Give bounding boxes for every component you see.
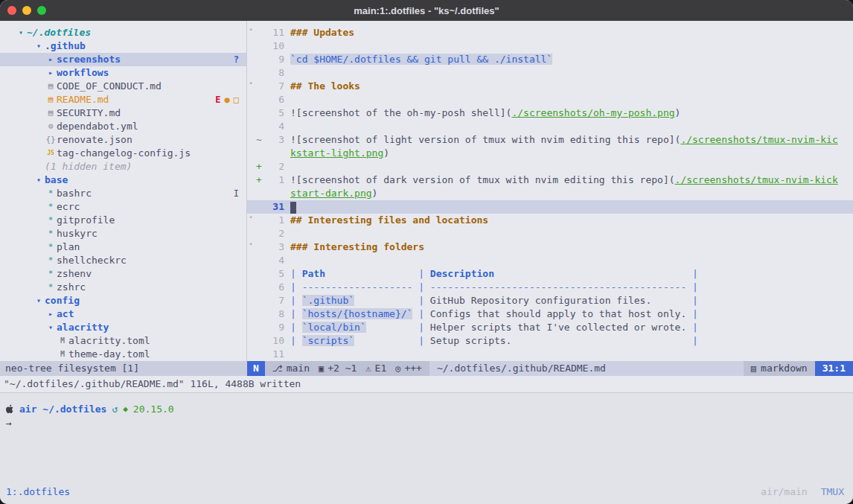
- editor-line[interactable]: 31: [247, 200, 853, 214]
- minimize-button[interactable]: [22, 6, 31, 15]
- tree-item[interactable]: *plan: [0, 240, 246, 254]
- tree-item[interactable]: ▸workflows: [0, 66, 246, 80]
- tree-item[interactable]: *huskyrc: [0, 227, 246, 240]
- editor-line[interactable]: ˅1## Interesting files and locations: [247, 214, 853, 227]
- fold-icon[interactable]: ˅: [247, 80, 255, 93]
- chevron-down-icon[interactable]: ▾: [33, 173, 45, 187]
- neo-tree-sidebar[interactable]: ▾~/.dotfiles▾.github▸screenshots?▸workfl…: [0, 21, 247, 361]
- editor-line[interactable]: ˅11### Updates: [247, 26, 853, 39]
- tree-item[interactable]: ▤SECURITY.md: [0, 106, 246, 120]
- tree-item[interactable]: ⚙dependabot.yml: [0, 120, 246, 133]
- tree-item[interactable]: ▾~/.dotfiles: [0, 26, 246, 39]
- editor-line[interactable]: 9`cd $HOME/.dotfiles && git pull && ./in…: [247, 53, 853, 66]
- zoom-button[interactable]: [37, 6, 46, 15]
- editor-line[interactable]: ~3![screenshot of light version of tmux …: [247, 133, 853, 147]
- chevron-down-icon[interactable]: ▾: [33, 294, 45, 307]
- tree-item[interactable]: *zshenv: [0, 267, 246, 281]
- editor-line[interactable]: 8: [247, 66, 853, 80]
- text-segment: |: [418, 322, 430, 333]
- text-segment: |: [290, 308, 302, 319]
- chevron-down-icon[interactable]: ▾: [15, 26, 27, 39]
- chevron-right-icon[interactable]: ▸: [45, 66, 57, 80]
- editor-line[interactable]: 8| `hosts/{hostname}/` | Configs that sh…: [247, 307, 853, 321]
- prompt-line: air ~/.dotfiles ↺ ◆ 20.15.0: [6, 401, 847, 416]
- line-number: 9: [263, 321, 284, 334]
- editor-line[interactable]: 6| ------------------- | ---------------…: [247, 281, 853, 294]
- tree-item[interactable]: ▤CODE_OF_CONDUCT.md: [0, 80, 246, 93]
- tree-item[interactable]: *zshrc: [0, 281, 246, 294]
- line-text: | `scripts` | Setup scripts. |: [284, 334, 698, 348]
- tree-item[interactable]: ▾alacritty: [0, 321, 246, 334]
- line-text: ![screenshot of light version of tmux wi…: [284, 133, 838, 147]
- tree-item[interactable]: *ecrc: [0, 200, 246, 214]
- editor-line[interactable]: ˅3### Interesting folders: [247, 240, 853, 254]
- tree-item-label: (1 hidden item): [45, 160, 132, 173]
- line-number: [263, 187, 284, 200]
- tmux-window-item[interactable]: 1:.dotfiles: [6, 486, 70, 497]
- editor-line[interactable]: 11: [247, 348, 853, 361]
- tree-item[interactable]: *shellcheckrc: [0, 254, 246, 267]
- line-number: 11: [263, 26, 284, 39]
- fold-gutter: [247, 173, 255, 187]
- text-segment: |: [290, 295, 302, 306]
- cursor-position: 31:1: [815, 361, 853, 376]
- tree-item-label: SECURITY.md: [57, 106, 121, 120]
- tree-item[interactable]: ▸screenshots?: [0, 53, 246, 66]
- tree-item[interactable]: ▾base: [0, 173, 246, 187]
- fold-gutter: [247, 53, 255, 66]
- editor-line[interactable]: 9| `local/bin` | Helper scripts that I'v…: [247, 321, 853, 334]
- editor[interactable]: ˅11### Updates109`cd $HOME/.dotfiles && …: [247, 21, 853, 361]
- editor-line[interactable]: +1![screenshot of dark version of tmux w…: [247, 173, 853, 187]
- fold-icon[interactable]: ˅: [247, 214, 255, 227]
- tree-item-label: ~/.dotfiles: [27, 26, 91, 39]
- editor-line[interactable]: 7| `.github` | GitHub Repository configu…: [247, 294, 853, 307]
- updates-icon: ◎: [395, 361, 400, 376]
- editor-line[interactable]: 6: [247, 93, 853, 106]
- tree-item[interactable]: (1 hidden item): [0, 160, 246, 173]
- editor-line[interactable]: 10: [247, 39, 853, 53]
- line-text: [284, 200, 296, 214]
- chevron-right-icon[interactable]: ▸: [45, 53, 57, 66]
- text-segment: |: [692, 322, 698, 333]
- tree-item[interactable]: ▾config: [0, 294, 246, 307]
- tree-item[interactable]: Malacritty.toml: [0, 334, 246, 348]
- text-segment: `local/bin`: [302, 322, 366, 333]
- editor-line[interactable]: +2: [247, 160, 853, 173]
- text-cursor: [290, 202, 296, 214]
- line-text: [284, 348, 290, 361]
- tree-item[interactable]: JStag-changelog-config.js: [0, 147, 246, 160]
- tree-item[interactable]: ▸act: [0, 307, 246, 321]
- fold-gutter: [247, 120, 255, 133]
- fold-icon[interactable]: ˅: [247, 26, 255, 39]
- file-icon: ▤: [45, 106, 57, 120]
- chevron-down-icon[interactable]: ▾: [33, 39, 45, 53]
- editor-line[interactable]: 2: [247, 227, 853, 240]
- chevron-down-icon[interactable]: ▾: [45, 321, 57, 334]
- text-segment: `cd $HOME/.dotfiles && git pull && ./ins…: [290, 54, 552, 65]
- fold-icon[interactable]: ˅: [247, 240, 255, 254]
- editor-line[interactable]: 5| Path | Description |: [247, 267, 853, 281]
- chevron-right-icon[interactable]: ▸: [45, 307, 57, 321]
- file-icon: M: [57, 334, 68, 348]
- editor-line[interactable]: start-dark.png): [247, 187, 853, 200]
- text-segment: | ------------------- | ----------------…: [290, 281, 698, 293]
- tree-item[interactable]: *gitprofile: [0, 214, 246, 227]
- editor-line[interactable]: 4: [247, 120, 853, 133]
- line-text: | Path | Description |: [284, 267, 698, 281]
- editor-line[interactable]: ˅7## The looks: [247, 80, 853, 93]
- editor-line[interactable]: 5![screenshot of the oh-my-posh shell](.…: [247, 106, 853, 120]
- close-button[interactable]: [7, 6, 16, 15]
- editor-line[interactable]: 10| `scripts` | Setup scripts. |: [247, 334, 853, 348]
- shell-pane[interactable]: air ~/.dotfiles ↺ ◆ 20.15.0 → 1:.dotfile…: [0, 392, 853, 504]
- editor-line[interactable]: kstart-light.png): [247, 147, 853, 160]
- tmux-statusbar: 1:.dotfiles air/main TMUX: [6, 485, 844, 498]
- filetype-label: markdown: [761, 361, 808, 376]
- tree-item[interactable]: *bashrcI: [0, 187, 246, 200]
- tree-item[interactable]: Mtheme-day.toml: [0, 348, 246, 361]
- editor-line[interactable]: 4: [247, 254, 853, 267]
- tree-item[interactable]: ▤README.mdE●□: [0, 93, 246, 106]
- status-badge: ●: [225, 93, 230, 106]
- statusline-file-path: ~/.dotfiles/.github/README.md: [429, 361, 744, 376]
- tree-item[interactable]: ▾.github: [0, 39, 246, 53]
- tree-item[interactable]: {}renovate.json: [0, 133, 246, 147]
